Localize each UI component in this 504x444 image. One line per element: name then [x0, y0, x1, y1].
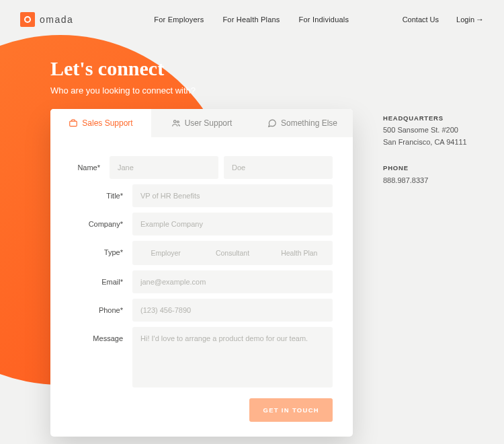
svg-rect-0 [70, 121, 77, 126]
type-option-consultant[interactable]: Consultant [199, 244, 265, 262]
input-first-name[interactable] [110, 156, 218, 179]
nav-login[interactable]: Login→ [456, 15, 484, 24]
type-option-healthplan[interactable]: Health Plan [266, 244, 333, 262]
row-name: Name* [57, 156, 333, 179]
input-company[interactable] [132, 213, 333, 235]
input-phone[interactable] [132, 299, 333, 322]
hero: Let's connect Who are you looking to con… [50, 57, 504, 96]
row-type: Type* Employer Consultant Health Plan [57, 241, 333, 265]
nav-individuals[interactable]: For Individuals [299, 15, 349, 24]
row-message: Message [57, 327, 333, 387]
submit-row: GET IN TOUCH [57, 398, 333, 422]
briefcase-icon [69, 118, 78, 128]
label-type: Type* [57, 241, 132, 256]
input-last-name[interactable] [224, 156, 333, 179]
phone-number: 888.987.8337 [383, 175, 467, 187]
svg-point-2 [177, 121, 179, 123]
svg-point-1 [173, 120, 176, 123]
tab-other-label: Something Else [281, 118, 337, 128]
input-email[interactable] [132, 270, 333, 293]
label-message: Message [57, 327, 132, 342]
row-company: Company* [57, 213, 333, 235]
label-title: Title* [57, 184, 132, 200]
tab-user-support[interactable]: User Support [151, 109, 252, 137]
sidebar-info: HEADQUARTERS 500 Sansome St. #200 San Fr… [383, 109, 467, 201]
hq-block: HEADQUARTERS 500 Sansome St. #200 San Fr… [383, 113, 467, 148]
nav-employers[interactable]: For Employers [154, 15, 204, 24]
row-phone: Phone* [57, 299, 333, 322]
arrow-right-icon: → [476, 15, 484, 24]
submit-button[interactable]: GET IN TOUCH [249, 398, 333, 422]
label-company: Company* [57, 213, 132, 228]
tab-user-label: User Support [185, 118, 233, 128]
contact-card: Sales Support User Support Something Els… [50, 109, 353, 437]
type-selector: Employer Consultant Health Plan [132, 241, 333, 265]
users-icon [171, 118, 181, 128]
hero-title: Let's connect [50, 57, 504, 80]
chat-icon [267, 118, 277, 128]
phone-block: PHONE 888.987.8337 [383, 163, 467, 186]
input-title[interactable] [132, 184, 333, 207]
nav-right: Contact Us Login→ [403, 15, 484, 24]
input-message[interactable] [132, 327, 333, 387]
row-title: Title* [57, 184, 333, 207]
logo-text: omada [40, 14, 73, 25]
login-label: Login [456, 15, 474, 24]
tab-sales-label: Sales Support [82, 118, 132, 128]
hq-address-line1: 500 Sansome St. #200 [383, 124, 467, 137]
tab-something-else[interactable]: Something Else [252, 109, 353, 137]
logo-icon [20, 12, 35, 27]
label-phone: Phone* [57, 299, 132, 314]
header: omada For Employers For Health Plans For… [0, 0, 504, 27]
hero-subtitle: Who are you looking to connect with? [50, 85, 504, 96]
nav-contact[interactable]: Contact Us [403, 15, 439, 24]
row-email: Email* [57, 270, 333, 293]
type-option-employer[interactable]: Employer [132, 244, 199, 262]
hq-address-line2: San Francisco, CA 94111 [383, 137, 467, 149]
tab-bar: Sales Support User Support Something Els… [50, 109, 353, 137]
tab-sales-support[interactable]: Sales Support [50, 109, 151, 137]
nav-healthplans[interactable]: For Health Plans [222, 15, 280, 24]
logo[interactable]: omada [20, 12, 73, 27]
main: Sales Support User Support Something Els… [50, 109, 504, 437]
label-email: Email* [57, 270, 132, 286]
hq-heading: HEADQUARTERS [383, 113, 467, 123]
label-name: Name* [57, 156, 110, 172]
nav-center: For Employers For Health Plans For Indiv… [154, 15, 349, 24]
contact-form: Name* Title* Company* Type* [50, 137, 353, 437]
phone-heading: PHONE [383, 163, 467, 173]
